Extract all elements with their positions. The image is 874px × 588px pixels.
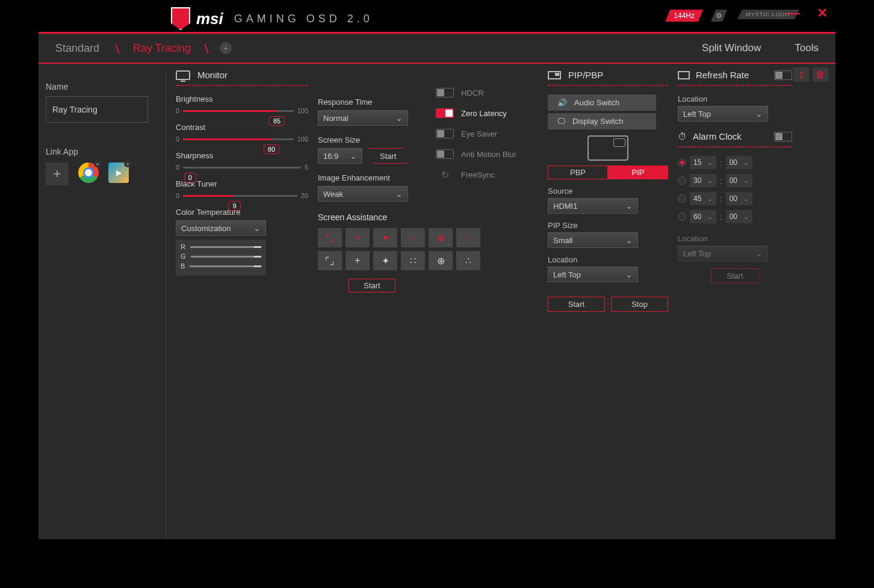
image-enhancement-select[interactable]: Weak <box>318 186 408 202</box>
alarm-radio-1[interactable] <box>678 158 686 167</box>
response-time-label: Response Time <box>318 97 426 107</box>
display-icon: 🖵 <box>557 117 565 126</box>
audio-switch-button[interactable]: 🔊Audio Switch <box>548 94 656 111</box>
remove-app-icon[interactable]: × <box>124 160 131 167</box>
sharpness-slider[interactable]: 0 <box>183 167 301 169</box>
pip-start-button[interactable]: Start <box>548 297 605 312</box>
profile-name-input[interactable] <box>46 96 148 123</box>
remove-app-icon[interactable]: × <box>94 160 101 167</box>
monitor-section-title: Monitor <box>197 70 228 80</box>
minimize-button[interactable]: — <box>786 6 801 20</box>
refresh-rate-icon <box>678 71 690 79</box>
name-label: Name <box>46 82 166 91</box>
alarm-min-4[interactable]: 00 <box>726 210 752 223</box>
linked-app-chrome[interactable]: × <box>78 162 99 185</box>
contrast-slider[interactable]: 80 <box>183 138 294 140</box>
pip-location-select[interactable]: Left Top <box>548 267 638 282</box>
brand-name: msi <box>196 10 223 28</box>
add-profile-button[interactable]: + <box>220 42 232 54</box>
sharpness-label: Sharpness <box>176 151 308 160</box>
tab-tools[interactable]: Tools <box>778 34 835 63</box>
pip-tab[interactable]: PIP <box>608 166 668 179</box>
pip-icon <box>548 71 561 79</box>
msi-shield-icon <box>171 7 190 30</box>
pip-section-title: PIP/PBP <box>568 70 603 80</box>
rr-location-select[interactable]: Left Top <box>678 106 768 122</box>
alarm-radio-2[interactable] <box>678 176 686 185</box>
alarm-toggle[interactable] <box>774 132 792 141</box>
image-enhancement-label: Image Enhancement <box>318 173 426 182</box>
pip-stop-button[interactable]: Stop <box>611 297 668 312</box>
crosshair-3[interactable]: ✦ <box>373 228 397 247</box>
settings-gear-icon[interactable]: ⚙ <box>711 10 727 22</box>
monitor-icon <box>176 70 190 80</box>
refresh-rate-toggle[interactable] <box>774 70 792 80</box>
pip-layout-diagram <box>587 135 628 161</box>
response-time-select[interactable]: Normal <box>318 110 408 126</box>
zero-latency-toggle[interactable] <box>436 108 454 118</box>
anti-motion-blur-toggle[interactable] <box>436 149 454 159</box>
alarm-hour-3[interactable]: 45 <box>690 192 716 205</box>
clock-icon: ⏱ <box>678 131 687 141</box>
tab-standard[interactable]: Standard <box>39 34 116 63</box>
freesync-icon: ↻ <box>436 170 454 179</box>
r-slider[interactable] <box>190 246 261 248</box>
alarm-radio-4[interactable] <box>678 212 686 221</box>
pip-size-select[interactable]: Small <box>548 232 638 248</box>
crosshair-2[interactable]: + <box>346 228 370 247</box>
g-slider[interactable] <box>191 256 261 258</box>
alarm-hour-1[interactable]: 15 <box>690 156 716 169</box>
tab-ray-tracing[interactable]: Ray Tracing <box>116 34 208 63</box>
close-button[interactable]: ✕ <box>815 6 829 20</box>
alarm-min-2[interactable]: 00 <box>726 174 752 187</box>
linked-app-movies[interactable]: × <box>108 162 129 185</box>
crosshair-7[interactable]: ⌜⌟ <box>318 251 342 270</box>
screen-assistance-start-button[interactable]: Start <box>349 279 395 292</box>
screen-size-select[interactable]: 16:9 <box>318 148 362 164</box>
black-tuner-slider[interactable]: 9 <box>183 195 297 197</box>
add-app-button[interactable]: + <box>46 162 69 185</box>
hdcr-toggle[interactable] <box>436 88 454 97</box>
link-app-label: Link App <box>46 147 166 156</box>
color-temp-select[interactable]: Customization <box>176 220 266 236</box>
contrast-label: Contrast <box>176 123 308 132</box>
brightness-slider[interactable]: 85 <box>183 110 294 112</box>
screen-size-label: Screen Size <box>318 135 426 144</box>
alarm-radio-3[interactable] <box>678 194 686 203</box>
crosshair-10[interactable]: ∷ <box>401 251 425 270</box>
brand-subtitle: GAMING OSD 2.0 <box>234 13 373 25</box>
alarm-hour-2[interactable]: 30 <box>690 174 716 187</box>
eye-saver-toggle[interactable] <box>436 129 454 138</box>
brightness-label: Brightness <box>176 94 308 104</box>
screen-size-start-button[interactable]: Start <box>368 148 408 164</box>
tab-split-window[interactable]: Split Window <box>685 34 778 63</box>
pbp-tab[interactable]: PBP <box>548 166 608 179</box>
screen-assistance-label: Screen Assistance <box>318 212 426 222</box>
alarm-clock-title: Alarm Clock <box>693 131 742 141</box>
alarm-min-3[interactable]: 00 <box>726 192 752 205</box>
display-switch-button[interactable]: 🖵Display Switch <box>548 113 656 129</box>
crosshair-1[interactable]: ⌜⌟ <box>318 228 342 247</box>
crosshair-4[interactable]: ∷ <box>401 228 425 247</box>
pip-source-select[interactable]: HDMI1 <box>548 198 638 214</box>
alarm-hour-4[interactable]: 60 <box>690 210 716 223</box>
alarm-location-select[interactable]: Left Top <box>678 246 768 261</box>
crosshair-9[interactable]: ✦ <box>373 251 397 270</box>
rgb-adjust-box: R G B <box>176 240 266 276</box>
b-slider[interactable] <box>190 265 261 267</box>
alarm-start-button[interactable]: Start <box>711 268 759 283</box>
alarm-min-1[interactable]: 00 <box>726 156 752 169</box>
color-temp-label: Color Temperature <box>176 208 308 217</box>
refresh-rate-title: Refresh Rate <box>696 70 749 80</box>
speaker-icon: 🔊 <box>557 98 567 107</box>
crosshair-8[interactable]: + <box>346 251 370 270</box>
refresh-rate-badge[interactable]: 144Hz <box>665 10 703 22</box>
